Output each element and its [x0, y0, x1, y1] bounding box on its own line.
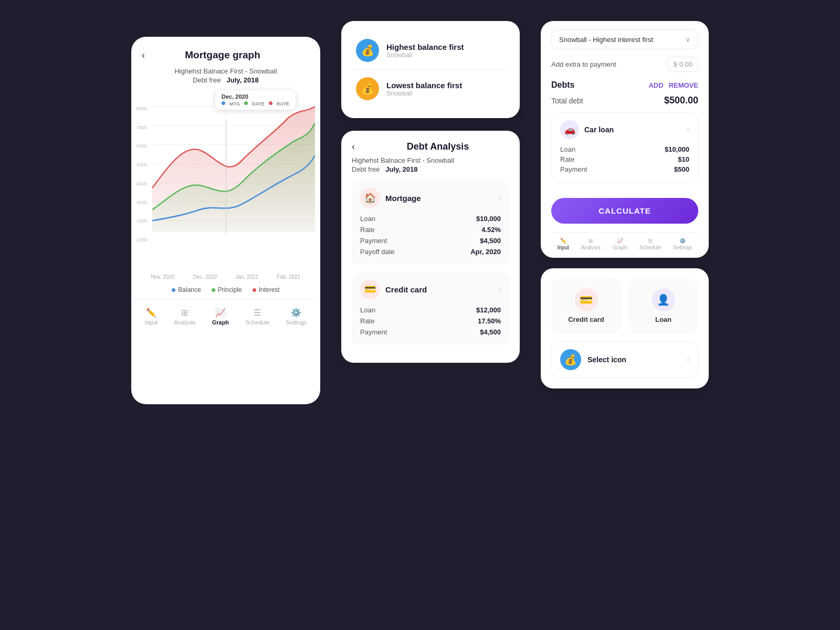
strategy-highest-balance[interactable]: 💰 Highest balance first Snowball	[352, 32, 509, 70]
extra-payment-value: 0.00	[679, 60, 692, 68]
strategy-highest-balance-sub: Snowball	[386, 51, 464, 59]
middle-column: 💰 Highest balance first Snowball 💰 Lowes…	[341, 21, 520, 363]
mortgage-payment-row: Payment$4,500	[360, 235, 501, 246]
nav-schedule[interactable]: ☰ Schedule	[245, 308, 269, 326]
nav-right-settings[interactable]: ⚙️ Settings	[673, 238, 692, 250]
graph-debtfree: Debt free July, 2018	[131, 75, 320, 90]
graph-subtitle: Highehst Balnace First - Snowball	[131, 65, 320, 75]
nav-input[interactable]: ✏️ Input	[145, 308, 158, 326]
debts-section-header: Debts ADD REMOVE	[551, 80, 698, 90]
settings-icon: ⚙️	[291, 308, 301, 318]
select-icon-chevron: ›	[687, 355, 689, 364]
settings-right-icon: ⚙️	[679, 238, 686, 244]
graph-bottom-nav: ✏️ Input ⊞ Analysis 📈 Graph ☰ Schedule ⚙…	[131, 299, 320, 328]
nav-right-schedule[interactable]: ☰ Schedule	[639, 238, 662, 250]
legend-balance: Balance	[172, 286, 201, 293]
currency-symbol: $	[673, 60, 677, 68]
analysis-right-icon: ⊞	[589, 238, 593, 244]
mortgage-item-header: 🏠 Mortgage ›	[360, 188, 501, 208]
nav-analysis[interactable]: ⊞ Analysis	[174, 308, 195, 326]
extra-payment-label: Add extra to payment	[551, 60, 616, 68]
car-loan-loan-row: Loan $10,000	[560, 144, 689, 154]
total-debt-row: Total debt $500.00	[551, 95, 698, 106]
strategy-lowest-balance-info: Lowest balance first Snowball	[386, 81, 462, 97]
mortgage-chevron-icon[interactable]: ›	[498, 193, 501, 203]
icon-option-creditcard[interactable]: 💳 Credit card	[551, 279, 621, 333]
strategy-lowest-balance[interactable]: 💰 Lowest balance first Snowball	[352, 70, 509, 108]
debt-analysis-back[interactable]: ‹	[352, 141, 355, 152]
nav-right-graph[interactable]: 📈 Graph	[613, 238, 627, 250]
strategy-dropdown-label: Snowball - Highest interest first	[559, 36, 653, 44]
graph-icon: 📈	[215, 308, 226, 318]
add-debt-button[interactable]: ADD	[648, 81, 663, 89]
nav-settings[interactable]: ⚙️ Settings	[286, 308, 307, 326]
debt-analysis-header: ‹ Debt Analysis	[352, 141, 509, 152]
car-loan-chevron-icon[interactable]: ›	[687, 125, 689, 134]
debts-section-title: Debts	[551, 80, 574, 90]
analysis-icon: ⊞	[181, 308, 188, 318]
graph-legend: Balance Principle Interest	[131, 286, 320, 293]
nav-right-analysis[interactable]: ⊞ Analysis	[581, 238, 601, 250]
car-loan-left: 🚗 Car loan	[560, 120, 614, 139]
creditcard-rate-row: Rate17.50%	[360, 316, 501, 327]
pencil-icon: ✏️	[146, 308, 156, 318]
pencil-right-icon: ✏️	[560, 238, 566, 244]
debt-analysis-debtfree: Debt free July, 2018	[352, 165, 509, 173]
select-icon-left: 💰 Select icon	[560, 349, 626, 370]
creditcard-name: Credit card	[385, 285, 427, 294]
y-axis-labels: 80007000600050004000300020001000	[136, 106, 147, 243]
mortgage-graph-panel: ‹ Mortgage graph Highehst Balnace First …	[131, 37, 320, 404]
strategy-highest-balance-name: Highest balance first	[386, 43, 464, 51]
mortgage-rate-row: Rate4.52%	[360, 224, 501, 235]
car-loan-payment-row: Payment $500	[560, 164, 689, 174]
strategy-dropdown[interactable]: Snowball - Highest interest first ∨	[551, 29, 698, 49]
debt-analysis-subtitle: Highehst Balnace First - Snowball	[352, 156, 509, 164]
back-button[interactable]: ‹	[142, 50, 145, 61]
debt-analysis-title: Debt Analysis	[366, 141, 509, 152]
calculate-button[interactable]: CALCULATE	[551, 198, 698, 224]
creditcard-option-icon: 💳	[575, 288, 598, 311]
car-loan-rate-row: Rate $10	[560, 154, 689, 164]
legend-principle: Principle	[212, 286, 242, 293]
strategy-lowest-balance-name: Lowest balance first	[386, 81, 462, 90]
nav-right-input[interactable]: ✏️ Input	[557, 238, 569, 250]
schedule-right-icon: ☰	[648, 238, 653, 244]
right-column: Snowball - Highest interest first ∨ Add …	[541, 21, 709, 388]
creditcard-item-left: 💳 Credit card	[360, 279, 427, 299]
strategy-lowest-balance-sub: Snowball	[386, 90, 462, 97]
legend-interest: Interest	[253, 286, 280, 293]
schedule-icon: ☰	[254, 308, 261, 318]
car-loan-name: Car loan	[584, 125, 614, 134]
chart-tooltip: Dec, 2020 MTG DATE RATE	[215, 90, 296, 110]
extra-payment-input[interactable]: $ 0.00	[667, 57, 698, 72]
loan-option-icon: 👤	[652, 288, 675, 311]
lowest-balance-icon: 💰	[356, 77, 379, 100]
creditcard-debt-item: 💳 Credit card › Loan$12,000 Rate17.50% P…	[352, 272, 509, 345]
input-panel: Snowball - Highest interest first ∨ Add …	[541, 21, 709, 258]
debts-actions: ADD REMOVE	[648, 81, 698, 89]
graph-right-icon: 📈	[617, 238, 623, 244]
icon-options-grid: 💳 Credit card 👤 Loan	[551, 279, 698, 333]
dropdown-chevron-icon: ∨	[685, 35, 690, 44]
input-bottom-nav: ✏️ Input ⊞ Analysis 📈 Graph ☰ Schedule ⚙…	[551, 232, 698, 258]
icon-option-loan[interactable]: 👤 Loan	[628, 279, 698, 333]
graph-title: Mortgage graph	[151, 49, 294, 61]
mortgage-debt-item: 🏠 Mortgage › Loan$10,000 Rate4.52% Payme…	[352, 181, 509, 265]
car-loan-card: 🚗 Car loan › Loan $10,000 Rate $10 Payme…	[551, 112, 698, 182]
total-debt-label: Total debt	[551, 97, 583, 105]
chart-area: Dec, 2020 MTG DATE RATE 8000700060005000…	[131, 90, 320, 279]
mortgage-icon: 🏠	[360, 188, 380, 208]
mortgage-payoff-row: Payoff dateApr, 2020	[360, 246, 501, 257]
remove-debt-button[interactable]: REMOVE	[669, 81, 698, 89]
mortgage-item-left: 🏠 Mortgage	[360, 188, 421, 208]
creditcard-option-label: Credit card	[568, 316, 604, 323]
nav-graph[interactable]: 📈 Graph	[212, 308, 229, 326]
creditcard-icon: 💳	[360, 279, 380, 299]
creditcard-chevron-icon[interactable]: ›	[498, 285, 501, 294]
select-icon-row[interactable]: 💰 Select icon ›	[551, 341, 698, 378]
graph-header: ‹ Mortgage graph	[131, 37, 320, 65]
strategy-selector-card: 💰 Highest balance first Snowball 💰 Lowes…	[341, 21, 520, 118]
creditcard-item-header: 💳 Credit card ›	[360, 279, 501, 299]
creditcard-loan-row: Loan$12,000	[360, 304, 501, 316]
select-icon-circle: 💰	[560, 349, 581, 370]
